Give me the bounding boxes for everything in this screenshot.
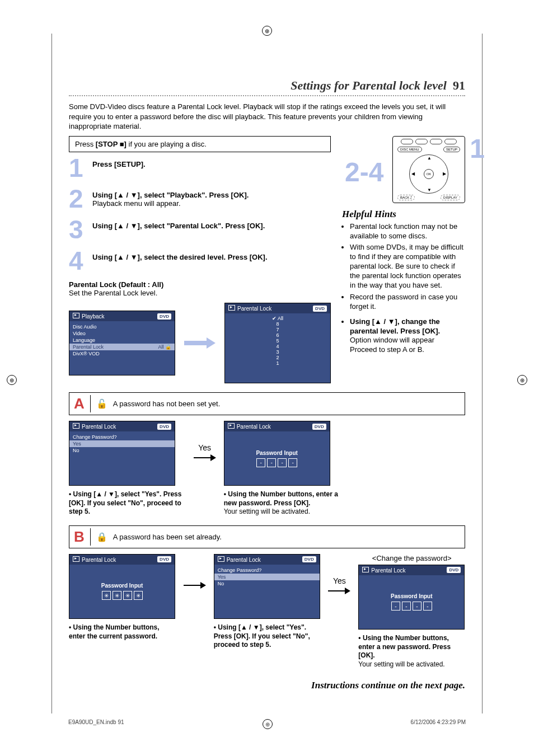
step-1: 1 Press [SETUP]. (69, 157, 331, 180)
page-content: Settings for Parental lock level 91 Some… (51, 34, 483, 713)
osd-change-password-a: Parental Lock DVD Change Password? Yes N… (69, 421, 175, 486)
play-icon (73, 556, 79, 562)
hint-step-sub2: Proceed to step A or B. (350, 345, 424, 354)
registration-mark-left (7, 375, 17, 385)
step-2: 2 Using [▲ / ▼], select "Playback". Pres… (69, 187, 331, 210)
pw-boxes: ✳✳✳✳ (102, 591, 143, 600)
ok-button: OK (424, 169, 434, 179)
level-5: 5 (228, 338, 327, 344)
pw-boxes: ---- (256, 458, 297, 467)
dvd-badge: DVD (157, 313, 171, 320)
level-8: 8 (228, 321, 327, 327)
stop-prefix: Press (75, 140, 96, 148)
page-footer: E9A90UD_EN.indb 91 6/12/2006 4:23:29 PM (51, 713, 483, 746)
play-icon (362, 567, 369, 572)
remote-diagram: 1 2-4 DISC MENU SETUP OK ▲ ▼ ◀ ▶ (392, 136, 465, 203)
hint-step: Using [▲ / ▼], change the parental level… (350, 317, 465, 355)
title-dotline (69, 95, 465, 96)
osd-password-input-b2: Parental Lock DVD Password Input ---- (358, 565, 465, 630)
title-text: Settings for Parental lock level (291, 78, 447, 92)
display-button: DISPLAY (441, 195, 460, 200)
footer-left: E9A90UD_EN.indb 91 (68, 719, 124, 729)
step-2-text: Using [▲ / ▼], select "Playback". Press … (92, 191, 249, 199)
play-icon (228, 423, 235, 429)
section-a-bar: A 🔓 A password has not been set yet. (69, 392, 465, 415)
hint-1: Parental lock function may not be availa… (350, 222, 465, 241)
step-4-number: 4 (69, 250, 87, 273)
change-pw-q: Change Password? (73, 434, 171, 440)
unlock-icon: 🔓 (165, 344, 171, 350)
pw-input-label: Password Input (256, 450, 297, 456)
arrow-right-icon (328, 588, 350, 594)
down-arrow-icon: ▼ (427, 187, 432, 192)
footer-right: 6/12/2006 4:23:29 PM (411, 719, 466, 729)
pw-input-label: Password Input (101, 583, 143, 589)
step-4: 4 Using [▲ / ▼], select the desired leve… (69, 250, 331, 273)
osd-row-disc-audio: Disc Audio (73, 323, 171, 330)
change-pw-yes: Yes (69, 440, 175, 447)
step-1-number: 1 (69, 157, 87, 180)
osd-change-password-b: Parental Lock DVD Change Password? Yes N… (214, 554, 320, 619)
step-2-sub: Playback menu will appear. (92, 199, 181, 208)
hints-heading: Helpful Hints (342, 209, 465, 220)
change-pw-no: No (73, 447, 171, 454)
section-b-text: A password has been set already. (113, 533, 222, 541)
pw-boxes: ---- (391, 602, 432, 611)
callout-1: 1 (470, 133, 485, 164)
stop-suffix: if you are playing a disc. (127, 140, 207, 148)
unlock-icon: 🔓 (96, 398, 107, 409)
osd-row-language: Language (73, 337, 171, 344)
arrow-right-icon (194, 454, 216, 461)
back-button: BACK ⤴ (397, 195, 415, 200)
caption-a2: Using the Number buttons, enter a new pa… (224, 490, 341, 516)
parental-lock-sub: Set the Parental Lock level. (69, 289, 331, 297)
change-pw-yes: Yes (214, 574, 320, 580)
dvd-badge: DVD (157, 424, 171, 430)
left-arrow-icon: ◀ (411, 171, 415, 176)
section-a-letter: A (74, 395, 91, 412)
play-icon (218, 556, 224, 562)
dpad: OK ▲ ▼ ◀ ▶ (409, 154, 448, 194)
lock-icon: 🔒 (96, 532, 107, 542)
right-arrow-icon: ▶ (443, 171, 446, 176)
change-password-heading: <Change the password> (358, 554, 465, 562)
change-pw-no: No (218, 580, 316, 587)
play-icon (73, 423, 79, 429)
helpful-hints: Helpful Hints Parental lock function may… (342, 209, 465, 355)
hint-3: Record the password in case you forget i… (350, 293, 465, 312)
level-4: 4 (228, 344, 327, 349)
stop-button-label: [STOP ■] (96, 140, 127, 148)
osd-row-parental-lock: Parental Lock All 🔓 (69, 344, 175, 350)
osd-levels-menu: Parental Lock DVD All 8 7 6 5 4 3 2 (224, 303, 331, 383)
change-pw-q: Change Password? (218, 567, 316, 574)
setup-button: SETUP (443, 147, 460, 152)
hint-2: With some DVDs, it may be difficult to f… (350, 243, 465, 290)
hint-step-bold: Using [▲ / ▼], change the parental level… (350, 317, 440, 335)
continue-text: Instructions continue on the next page. (69, 680, 465, 691)
level-3: 3 (228, 349, 327, 355)
disc-menu-button: DISC MENU (397, 147, 422, 152)
step-2-number: 2 (69, 187, 87, 210)
dvd-badge: DVD (312, 424, 326, 430)
up-arrow-icon: ▲ (427, 156, 432, 161)
step-4-text: Using [▲ / ▼], select the desired level.… (92, 253, 268, 261)
registration-mark-right (517, 375, 527, 385)
caption-b1: Using the Number buttons, enter the curr… (69, 623, 176, 641)
dvd-badge: DVD (447, 567, 461, 573)
step-3-text: Using [▲ / ▼], select "Parental Lock". P… (92, 222, 265, 230)
osd-playback-title: Playback (82, 313, 105, 320)
pw-input-label: Password Input (391, 593, 432, 599)
yes-label-a: Yes (198, 443, 211, 452)
registration-mark-bottom (263, 719, 273, 729)
osd-row-divx: DivX® VOD (73, 350, 171, 357)
level-6: 6 (228, 332, 327, 338)
parental-lock-heading: Parental Lock (Default : All) (69, 280, 331, 289)
intro-paragraph: Some DVD-Video discs feature a Parental … (69, 102, 465, 132)
osd-levels-title: Parental Lock (237, 306, 271, 312)
section-b-letter: B (74, 528, 91, 546)
dvd-badge: DVD (302, 556, 316, 562)
step-1-text: Press [SETUP]. (92, 160, 146, 168)
step-3: 3 Using [▲ / ▼], select "Parental Lock".… (69, 218, 331, 241)
arrow-right-icon (184, 582, 206, 589)
yes-label-b: Yes (333, 576, 346, 585)
